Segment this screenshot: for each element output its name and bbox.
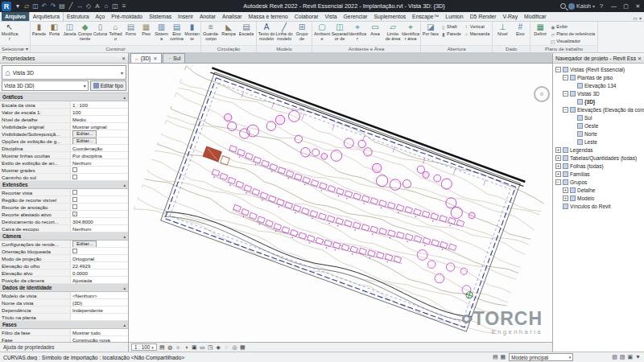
- prop-value[interactable]: Ortogonal: [71, 255, 128, 261]
- detail-level-icon[interactable]: ▤: [159, 343, 166, 351]
- prop-value[interactable]: [71, 314, 128, 320]
- browser-item-elevacoes-elevacao-da-construcao[interactable]: −Elevações (Elevação da construção): [553, 105, 644, 113]
- tool-parede[interactable]: ▮Parede: [31, 23, 47, 45]
- prop-value[interactable]: Editar...: [71, 241, 128, 247]
- expand-icon[interactable]: +: [555, 147, 561, 153]
- prop-value[interactable]: Nenhum: [71, 225, 128, 232]
- prop-value[interactable]: ✓: [71, 211, 128, 217]
- tool-limite-de-area[interactable]: ▱Limite de área: [384, 23, 402, 45]
- prop-value[interactable]: Coordenação: [71, 145, 128, 151]
- prop-value[interactable]: Por disciplina: [71, 152, 128, 158]
- prop-section-extensoes[interactable]: Extensões▴: [0, 181, 128, 189]
- ribbon-tab-enscape[interactable]: Enscape™: [409, 12, 442, 21]
- ribbon-cycle-icon[interactable]: ▭: [633, 15, 638, 21]
- ribbon-group-label[interactable]: Plano de trabalho: [530, 45, 597, 52]
- prop-value[interactable]: Editar...: [71, 138, 128, 144]
- prop-value[interactable]: 0.0000: [71, 269, 128, 276]
- collapse-icon[interactable]: ▴: [123, 323, 126, 327]
- tool-definir[interactable]: ▦Definir: [531, 23, 549, 45]
- prop-value[interactable]: [71, 174, 128, 180]
- shadows-icon[interactable]: ◑: [183, 343, 190, 351]
- ribbon-minimize-icon[interactable]: ▾: [639, 15, 642, 21]
- tool-por-face[interactable]: ◪Por face: [422, 23, 440, 45]
- tool-guarda-corpo[interactable]: ≡Guarda-corpo: [202, 23, 220, 45]
- user-account[interactable]: Kaioh ▾: [568, 3, 595, 10]
- tool-visualizador[interactable]: ◰Visualizador: [550, 38, 595, 44]
- prop-value[interactable]: 100: [71, 109, 128, 115]
- ribbon-group-label[interactable]: Modelo: [257, 45, 312, 52]
- lock-3d-orientation-icon[interactable]: ◈: [215, 343, 222, 351]
- tool-grupo-de-modelos[interactable]: ⊞Grupo de modelos: [293, 23, 311, 45]
- tool-rampa[interactable]: ◣Rampa: [220, 23, 237, 45]
- prop-value[interactable]: Mostrar tudo: [71, 329, 128, 335]
- collapse-icon[interactable]: −: [555, 179, 561, 185]
- expand-icon[interactable]: +: [555, 163, 561, 169]
- browser-item-grupos[interactable]: −Grupos: [553, 178, 644, 186]
- view-tab-sul[interactable]: ◔Sul: [163, 53, 185, 63]
- prop-value[interactable]: Ajustada: [71, 277, 128, 283]
- tool-exibir[interactable]: ◉Exibir: [550, 23, 595, 30]
- temporary-view-properties-icon[interactable]: ▦: [239, 343, 246, 351]
- browser-item-elevacao-134[interactable]: Elevação 134: [553, 81, 644, 89]
- tool-ambiente[interactable]: ▢Ambiente: [313, 23, 331, 45]
- ribbon-group-label[interactable]: Abertura: [421, 45, 492, 52]
- prop-value[interactable]: 304.8000: [71, 218, 128, 224]
- tool-vertical[interactable]: ↕Vertical: [464, 23, 489, 30]
- prop-value[interactable]: [71, 189, 128, 195]
- browser-item-legendas[interactable]: +Legendas: [553, 146, 644, 154]
- ribbon-tab-analisar[interactable]: Analisar: [219, 12, 246, 21]
- browser-item-leste[interactable]: Leste: [553, 138, 644, 146]
- ribbon-tab-v-ray[interactable]: V-Ray: [500, 12, 522, 21]
- tool-telhado[interactable]: ⌂Telhado: [108, 23, 123, 45]
- prop-value[interactable]: Médio: [71, 116, 128, 122]
- ribbon-tab-lumion[interactable]: Lumion: [442, 12, 466, 21]
- tool-sistema-cortina[interactable]: ▥Sistema cortina: [154, 23, 169, 45]
- collapse-icon[interactable]: −: [563, 75, 568, 80]
- tool-area[interactable]: ▭Área: [366, 23, 384, 45]
- element-combo[interactable]: Vista 3D {3D} ▾: [2, 80, 89, 91]
- text-icon[interactable]: A: [93, 0, 101, 12]
- measure-icon[interactable]: ╱: [67, 0, 75, 12]
- drawing-canvas[interactable]: TORCH Engenharia: [129, 64, 552, 342]
- expand-icon[interactable]: +: [563, 187, 568, 193]
- ribbon-tab-inserir[interactable]: Inserir: [175, 12, 196, 21]
- prop-value[interactable]: [71, 167, 128, 173]
- tool-separador-de-ambiente[interactable]: ◫Separador de ambiente: [331, 23, 349, 45]
- edit-button[interactable]: Editar...: [72, 138, 97, 144]
- tool-montante[interactable]: ▮Montante: [184, 23, 200, 45]
- navigation-wheel-icon[interactable]: [534, 86, 550, 102]
- close-button[interactable]: ✕: [632, 0, 644, 12]
- tool-janela[interactable]: ◫Janela: [62, 23, 77, 45]
- tag-icon[interactable]: ◇: [85, 0, 93, 12]
- aligned-dimension-icon[interactable]: ↔: [76, 0, 84, 12]
- maximize-button[interactable]: ▢: [620, 0, 632, 12]
- tool-identificar-ambiente[interactable]: ⌖Identificar ambiente: [349, 23, 366, 45]
- ribbon-tab-arquivo[interactable]: Arquivo: [2, 12, 29, 21]
- ribbon-group-label[interactable]: Dado: [493, 45, 530, 52]
- prop-section-dados-de-identidade[interactable]: Dados de identidade▴: [0, 284, 128, 292]
- tool-texto-do-modelo[interactable]: ATexto do modelo: [258, 23, 275, 45]
- collapse-icon[interactable]: ▴: [123, 95, 126, 100]
- tool-nivel[interactable]: ⊥Nível: [493, 23, 511, 45]
- main-model-select[interactable]: Modelo principal ▾: [509, 353, 573, 361]
- save-icon[interactable]: ◫: [31, 0, 39, 12]
- checkbox[interactable]: [72, 175, 77, 179]
- tool-identificar-area[interactable]: ⌖Identificar área: [402, 23, 419, 45]
- tool-componente[interactable]: ◆Componente: [77, 23, 93, 45]
- browser-item-vistas-3d[interactable]: −Vistas 3D: [553, 89, 644, 97]
- ribbon-group-label[interactable]: Circulação: [201, 45, 256, 52]
- checkbox[interactable]: [72, 249, 77, 253]
- ribbon-tab-sistemas[interactable]: Sistemas: [146, 12, 175, 21]
- tool-eixo[interactable]: #Eixo: [511, 23, 529, 45]
- browser-item-detalhe[interactable]: +Detalhe: [553, 186, 644, 194]
- prop-value[interactable]: [71, 204, 128, 210]
- prop-value[interactable]: Independente: [71, 306, 128, 313]
- exclude-options-icon[interactable]: ▨: [620, 354, 625, 360]
- print-icon[interactable]: ▤: [58, 0, 66, 12]
- expand-icon[interactable]: +: [555, 155, 561, 161]
- browser-item-vistas-revit-essencial[interactable]: −Vistas (Revit Essencial): [553, 65, 644, 73]
- selection-filter-icon[interactable]: ▼: [635, 354, 641, 360]
- tool-forro[interactable]: ▤Forro: [123, 23, 138, 45]
- visual-style-icon[interactable]: ◍: [167, 343, 174, 351]
- prop-value[interactable]: [71, 248, 128, 254]
